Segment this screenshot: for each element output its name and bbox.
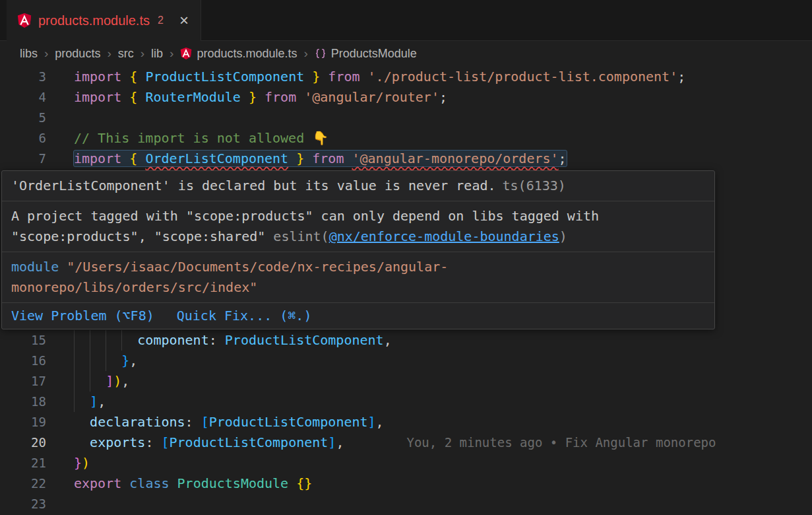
token: } (121, 353, 129, 368)
breadcrumb-separator-icon: › (141, 46, 144, 61)
token: component (137, 332, 208, 348)
line-number-23[interactable]: 23 (0, 494, 46, 514)
token: : (145, 434, 161, 450)
token (74, 353, 121, 368)
token: declarations (90, 414, 185, 430)
token: , (129, 353, 137, 368)
token: from (312, 151, 344, 166)
token: ] (106, 373, 113, 389)
code-line-18[interactable]: ], (74, 392, 106, 412)
token: export (74, 475, 121, 491)
breadcrumb-file-label: products.module.ts (197, 47, 297, 61)
breadcrumb-separator-icon: › (44, 46, 48, 61)
token (320, 69, 328, 85)
breadcrumb-item-lib[interactable]: lib (151, 47, 163, 61)
token (360, 69, 368, 85)
token: } (249, 89, 257, 105)
code-line-21[interactable]: }) (74, 453, 90, 473)
line-number-22[interactable]: 22 (0, 473, 46, 494)
line-number-4[interactable]: 4 (0, 87, 46, 108)
git-blame-annotation: You, 2 minutes ago • Fix Angular monorep… (406, 435, 716, 450)
code-text: }) (74, 455, 90, 471)
token: , (376, 414, 384, 430)
code-line-4[interactable]: import { RouterModule } from '@angular/r… (74, 87, 447, 108)
tab-products-module-ts[interactable]: products.module.ts 2 × (7, 0, 201, 41)
line-number-20[interactable]: 20 (0, 432, 46, 453)
token: } (312, 69, 320, 85)
angular-icon (17, 13, 32, 28)
quick-fix-button[interactable]: Quick Fix... (⌘.) (177, 306, 312, 326)
line-number-19[interactable]: 19 (0, 412, 46, 432)
diagnostic-code: ts(6133) (503, 178, 566, 193)
line-number-17[interactable]: 17 (0, 371, 46, 392)
breadcrumb-item-file[interactable]: products.module.ts (180, 47, 297, 61)
eslint-rule-link[interactable]: @nx/enforce-module-boundaries (329, 228, 559, 244)
hover-diagnostic-section: 'OrderListComponent' is declared but its… (2, 171, 714, 201)
breadcrumb-item-symbol[interactable]: ProductsModule (315, 47, 417, 61)
breadcrumb-item-libs[interactable]: libs (20, 47, 38, 61)
token: ) (113, 373, 121, 389)
token: , (98, 394, 106, 409)
code-text: ]), (74, 373, 129, 389)
token: ; (439, 89, 447, 105)
tab-close-icon[interactable]: × (179, 13, 189, 28)
token (288, 475, 296, 491)
token: ProductListComponent (209, 414, 368, 430)
breadcrumb-item-src[interactable]: src (118, 47, 134, 61)
breadcrumb: libs › products › src › lib › products.m… (0, 41, 812, 66)
code-line-7[interactable]: import { OrderListComponent } from '@ang… (74, 149, 567, 169)
breadcrumb-separator-icon: › (107, 46, 111, 61)
diagnostic-message: 'OrderListComponent' is declared but its… (11, 178, 496, 193)
breadcrumb-symbol-label: ProductsModule (331, 47, 417, 61)
code-editor[interactable]: 34567891011121314151617181920212223 impo… (0, 66, 812, 515)
token: [ (201, 414, 209, 430)
token (74, 414, 90, 430)
code-line-6[interactable]: // This import is not allowed 👇 (74, 128, 328, 149)
token (74, 332, 137, 348)
token: , (384, 332, 392, 348)
breadcrumb-separator-icon: › (170, 46, 173, 61)
line-number-6[interactable]: 6 (0, 128, 46, 149)
code-text: }, (74, 353, 137, 368)
code-line-17[interactable]: ]), (74, 371, 129, 392)
line-number-5[interactable]: 5 (0, 108, 46, 128)
token: ProductsModule (177, 475, 289, 491)
token (74, 434, 90, 450)
token: ; (677, 69, 685, 85)
token (344, 151, 352, 166)
token (304, 151, 312, 166)
module-path-line2: monorepo/libs/orders/src/index" (11, 279, 257, 295)
line-number-16[interactable]: 16 (0, 351, 46, 371)
code-line-15[interactable]: component: ProductListComponent, (74, 330, 392, 351)
token: , (121, 373, 129, 389)
breadcrumb-item-products[interactable]: products (55, 47, 100, 61)
code-text: import { ProductListComponent } from './… (74, 69, 685, 85)
code-line-19[interactable]: declarations: [ProductListComponent], (74, 412, 384, 432)
code-line-22[interactable]: export class ProductsModule {} (74, 473, 312, 494)
view-problem-button[interactable]: View Problem (⌥F8) (11, 306, 154, 326)
token: ) (82, 455, 90, 471)
hover-action-bar: View Problem (⌥F8) Quick Fix... (⌘.) (2, 303, 714, 329)
token: ProductListComponent (145, 69, 304, 85)
code-line-16[interactable]: }, (74, 351, 137, 371)
line-number-18[interactable]: 18 (0, 392, 46, 412)
token (121, 151, 129, 166)
token: ] (90, 394, 98, 409)
hover-module-section: module "/Users/isaac/Documents/code/nx-r… (2, 252, 714, 303)
token (241, 89, 249, 105)
token (121, 69, 129, 85)
code-line-20[interactable]: exports: [ProductListComponent],You, 2 m… (74, 432, 716, 453)
token: ProductListComponent (170, 434, 328, 450)
angular-icon (180, 47, 192, 60)
module-keyword: module (11, 259, 59, 275)
line-number-21[interactable]: 21 (0, 453, 46, 473)
eslint-message-line1: A project tagged with "scope:products" c… (11, 206, 705, 226)
code-line-3[interactable]: import { ProductListComponent } from './… (74, 67, 685, 87)
eslint-message-line2: "scope:products", "scope:shared" eslint(… (11, 226, 705, 247)
line-number-3[interactable]: 3 (0, 67, 46, 87)
line-number-7[interactable]: 7 (0, 149, 46, 169)
token (121, 475, 129, 491)
code-text: // This import is not allowed 👇 (74, 130, 328, 146)
line-number-15[interactable]: 15 (0, 330, 46, 351)
code-text: ], (74, 394, 106, 409)
